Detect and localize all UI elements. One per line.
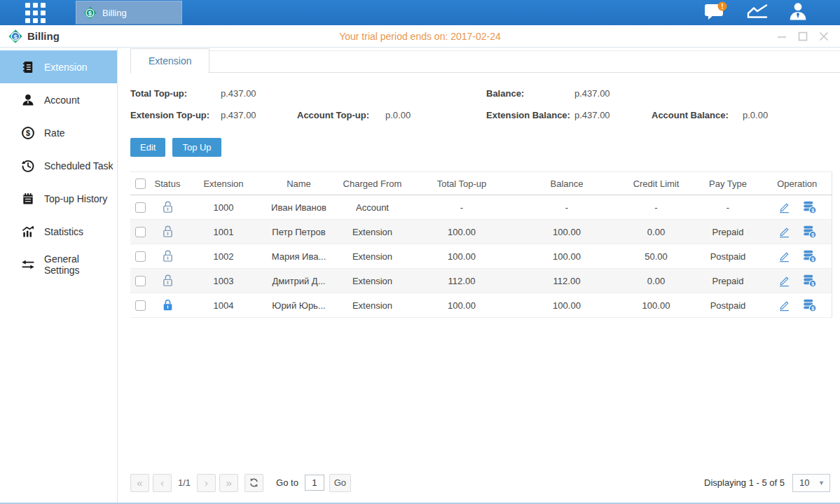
page-size-value: 10 (793, 477, 818, 488)
edit-pencil-icon[interactable] (778, 250, 791, 263)
cell-credit-limit: 0.00 (619, 269, 693, 293)
sidebar-item-general-settings[interactable]: General Settings (0, 248, 117, 281)
taskbar-item-billing[interactable]: $ Billing (76, 1, 182, 24)
topup-button[interactable]: Top Up (172, 138, 221, 157)
svg-text:$: $ (811, 281, 814, 287)
select-all-checkbox[interactable] (135, 178, 146, 189)
window-title-bar: $ Billing Your trial period ends on: 201… (0, 25, 840, 48)
refresh-button[interactable] (245, 474, 263, 492)
account-topup-label: Account Top-up: (297, 110, 385, 120)
cell-name: Юрий Юрь... (262, 293, 336, 318)
cell-extension: 1000 (185, 195, 262, 220)
go-button[interactable]: Go (329, 474, 351, 492)
sidebar-item-label: Extension (44, 62, 87, 73)
first-page-button[interactable]: « (130, 474, 149, 492)
lock-open-icon (162, 249, 174, 263)
sidebar-item-scheduled-task[interactable]: Scheduled Task (0, 149, 117, 182)
cell-total-topup: - (409, 195, 514, 220)
topup-coins-icon[interactable]: $ (802, 200, 817, 214)
action-buttons: Edit Top Up (130, 138, 840, 157)
column-header-status: Status (150, 172, 185, 195)
topup-coins-icon[interactable]: $ (802, 249, 817, 263)
row-checkbox[interactable] (135, 251, 146, 262)
table-row: 1004 Юрий Юрь... Extension 100.00 100.00… (130, 293, 832, 318)
lock-open-icon (162, 225, 174, 239)
billing-diamond-icon: $ (8, 29, 22, 43)
extension-balance-value: p.437.00 (574, 110, 652, 120)
topup-coins-icon[interactable]: $ (802, 225, 817, 239)
total-topup-value: p.437.00 (221, 88, 256, 99)
lock-open-icon (162, 274, 174, 288)
ledger-icon (21, 60, 35, 74)
refresh-icon (249, 477, 259, 488)
dollar-circle-icon: $ (21, 126, 35, 140)
cell-pay-type: Postpaid (693, 293, 763, 318)
table-row: 1001 Петр Петров Extension 100.00 100.00… (130, 220, 832, 244)
balance-summary: Total Top-up: p.437.00 Extension Top-up:… (130, 83, 840, 126)
column-header-balance: Balance (514, 172, 619, 195)
sidebar-item-label: Account (44, 94, 80, 106)
person-icon (21, 93, 35, 107)
goto-page-input[interactable] (305, 475, 324, 491)
minimize-icon[interactable] (777, 31, 787, 41)
tab-strip-rest (209, 50, 840, 73)
goto-label: Go to (276, 477, 298, 488)
topup-coins-icon[interactable]: $ (802, 274, 817, 288)
sidebar-item-topup-history[interactable]: Top-up History (0, 182, 117, 215)
billing-diamond-icon: $ (83, 6, 97, 20)
row-checkbox[interactable] (135, 202, 146, 213)
top-system-bar: $ Billing ! (0, 0, 840, 25)
user-icon[interactable] (788, 1, 808, 24)
balance-label: Balance: (486, 88, 574, 99)
cell-name: Дмитрий Д... (262, 269, 336, 293)
cell-charged-from: Account (336, 195, 409, 220)
cell-total-topup: 100.00 (409, 244, 514, 269)
column-header-total-topup: Total Top-up (409, 172, 514, 195)
edit-button[interactable]: Edit (130, 138, 165, 157)
edit-pencil-icon[interactable] (778, 274, 791, 288)
edit-pencil-icon[interactable] (778, 299, 791, 312)
page-size-select[interactable]: 10 ▼ (792, 474, 830, 492)
topup-coins-icon[interactable]: $ (802, 298, 817, 312)
column-header-extension: Extension (185, 172, 262, 195)
row-checkbox[interactable] (135, 276, 146, 286)
cell-charged-from: Extension (336, 293, 409, 318)
account-topup-value: p.0.00 (385, 110, 411, 120)
cell-credit-limit: 50.00 (619, 244, 693, 269)
app-grid-icon[interactable] (25, 3, 46, 23)
chart-icon[interactable] (746, 2, 770, 23)
close-icon[interactable] (819, 31, 829, 41)
row-checkbox[interactable] (135, 227, 146, 237)
settings-arrows-icon (21, 258, 35, 272)
sidebar-item-account[interactable]: Account (0, 83, 117, 116)
prev-page-button[interactable]: ‹ (153, 474, 172, 492)
column-header-pay-type: Pay Type (693, 172, 763, 195)
extension-topup-label: Extension Top-up: (130, 110, 221, 120)
cell-extension: 1004 (185, 293, 262, 318)
table-header-row: Status Extension Name Charged From Total… (130, 172, 832, 195)
svg-text:$: $ (88, 9, 92, 16)
table-row: 1003 Дмитрий Д... Extension 112.00 112.0… (130, 269, 832, 293)
cell-total-topup: 112.00 (409, 269, 514, 293)
edit-pencil-icon[interactable] (778, 225, 791, 239)
extension-topup-value: p.437.00 (221, 110, 297, 120)
trial-notice: Your trial period ends on: 2017-02-24 (339, 31, 501, 42)
cell-extension: 1001 (185, 220, 262, 244)
messages-icon[interactable]: ! (704, 1, 728, 24)
sidebar-item-extension[interactable]: Extension (0, 50, 117, 83)
cell-charged-from: Extension (336, 220, 409, 244)
row-checkbox[interactable] (135, 300, 146, 311)
maximize-icon[interactable] (798, 31, 808, 41)
svg-text:$: $ (811, 306, 814, 312)
next-page-button[interactable]: › (197, 474, 216, 492)
sidebar-item-statistics[interactable]: Statistics (0, 215, 117, 248)
last-page-button[interactable]: » (219, 474, 238, 492)
sidebar-item-rate[interactable]: $ Rate (0, 116, 117, 149)
svg-text:$: $ (811, 208, 814, 214)
topbar-right-icons: ! (704, 1, 840, 24)
sidebar-item-label: Statistics (44, 226, 83, 237)
tab-extension[interactable]: Extension (130, 48, 209, 74)
edit-pencil-icon[interactable] (778, 201, 791, 214)
cell-extension: 1002 (185, 244, 262, 269)
sidebar-item-label: Scheduled Task (44, 160, 113, 172)
